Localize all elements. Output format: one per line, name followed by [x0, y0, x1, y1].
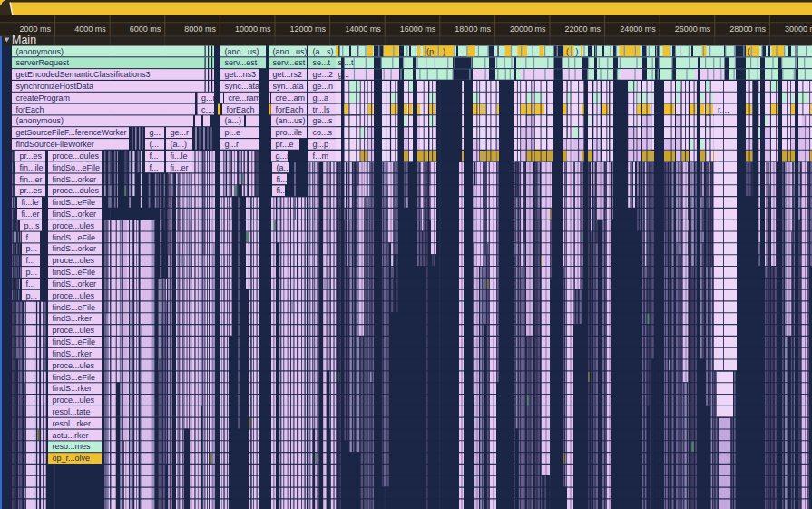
svg-text:ge...r: ge...r — [171, 128, 190, 137]
svg-text:(...): (...) — [566, 47, 579, 56]
svg-text:proce...ules: proce...ules — [53, 256, 95, 265]
svg-text:serv...est: serv...est — [273, 58, 306, 67]
svg-text:8000 ms: 8000 ms — [184, 24, 216, 34]
svg-text:proce...dules: proce...dules — [53, 186, 100, 195]
svg-text:g...r: g...r — [225, 140, 240, 149]
svg-text:g...a: g...a — [313, 93, 329, 103]
svg-text:g...r: g...r — [201, 93, 216, 103]
svg-text:findS...orker: findS...orker — [53, 279, 97, 289]
svg-text:findS...eFile: findS...eFile — [53, 233, 96, 242]
svg-text:30000 ms: 30000 ms — [785, 24, 812, 34]
svg-text:fi...er: fi...er — [22, 210, 40, 219]
svg-text:co...s: co...s — [313, 128, 333, 137]
svg-text:4000 ms: 4000 ms — [74, 24, 106, 34]
svg-text:forEach: forEach — [16, 105, 44, 114]
svg-text:ge...2: ge...2 — [313, 70, 334, 79]
svg-text:proce...ules: proce...ules — [53, 291, 95, 300]
svg-text:syn...ata: syn...ata — [273, 82, 304, 91]
svg-text:forEach: forEach — [227, 105, 255, 114]
svg-text:22000 ms: 22000 ms — [565, 24, 602, 34]
svg-text:proce...ules: proce...ules — [53, 221, 95, 230]
svg-text:proce...dules: proce...dules — [53, 152, 100, 161]
svg-text:(...: (... — [150, 140, 160, 149]
svg-text:op_r...olve: op_r...olve — [53, 454, 91, 463]
svg-text:pro...ile: pro...ile — [276, 128, 303, 137]
svg-text:(a...): (a...) — [225, 116, 242, 125]
svg-text:forEach: forEach — [276, 105, 304, 114]
svg-text:(ano...us): (ano...us) — [225, 47, 259, 56]
svg-text:28000 ms: 28000 ms — [729, 24, 766, 34]
svg-text:20000 ms: 20000 ms — [510, 24, 546, 34]
svg-text:get...rs2: get...rs2 — [273, 70, 303, 79]
svg-text:f...: f... — [150, 163, 159, 172]
svg-text:18000 ms: 18000 ms — [455, 24, 491, 34]
svg-text:findS...orker: findS...orker — [53, 210, 97, 219]
svg-text:fi...er: fi...er — [171, 163, 189, 172]
svg-text:f...m: f...m — [313, 152, 329, 161]
svg-text:(p....): (p....) — [426, 47, 445, 56]
svg-text:10000 ms: 10000 ms — [235, 24, 271, 34]
svg-text:(ano...us): (ano...us) — [273, 47, 308, 56]
svg-text:findS...orker: findS...orker — [53, 175, 97, 184]
svg-text:(...: (... — [748, 47, 758, 56]
svg-text:pr...e: pr...e — [276, 140, 294, 149]
svg-text:findS...orker: findS...orker — [53, 244, 97, 253]
svg-text:fi...le: fi...le — [277, 175, 294, 184]
svg-text:g...: g... — [150, 128, 161, 137]
svg-text:fin...ile: fin...ile — [20, 163, 44, 172]
svg-text:p...: p... — [26, 291, 38, 300]
svg-text:fi...le: fi...le — [22, 198, 39, 207]
svg-text:(a...s): (a...s) — [313, 47, 334, 56]
svg-text:synchronizeHostData: synchronizeHostData — [16, 82, 94, 91]
svg-text:Main: Main — [12, 34, 36, 46]
svg-text:ge...n: ge...n — [313, 82, 334, 91]
svg-text:(anonymous): (anonymous) — [16, 47, 64, 56]
svg-text:actu...rker: actu...rker — [53, 431, 89, 440]
svg-text:p...s: p...s — [24, 221, 41, 230]
svg-text:fin...er: fin...er — [20, 175, 43, 184]
svg-text:(anonymous): (anonymous) — [16, 116, 64, 125]
svg-text:14000 ms: 14000 ms — [345, 24, 381, 34]
svg-text:26000 ms: 26000 ms — [675, 24, 711, 34]
svg-text:resol...tate: resol...tate — [53, 407, 91, 416]
svg-text:g...: g... — [338, 70, 350, 79]
svg-text:s....t: s....t — [338, 58, 355, 67]
svg-text:6000 ms: 6000 ms — [130, 24, 161, 34]
svg-text:findSo...eFile: findSo...eFile — [53, 163, 101, 172]
svg-text:findS...eFile: findS...eFile — [53, 338, 96, 347]
svg-text:ge...s: ge...s — [313, 116, 334, 125]
svg-text:f...: f... — [150, 152, 159, 161]
svg-text:getSourceFileF...ferenceWorker: getSourceFileF...ferenceWorker — [16, 128, 127, 137]
svg-text:resol...rker: resol...rker — [53, 419, 92, 428]
svg-text:findS...eFile: findS...eFile — [53, 373, 96, 382]
svg-text:findS...eFile: findS...eFile — [53, 268, 96, 277]
svg-text:(a...): (a...) — [171, 140, 188, 149]
svg-text:findS...eFile: findS...eFile — [53, 198, 96, 207]
svg-text:r....: r.... — [718, 105, 729, 114]
svg-text:f...: f... — [26, 233, 35, 242]
svg-text:serverRequest: serverRequest — [16, 58, 70, 67]
svg-text:fi...le: fi...le — [171, 152, 188, 161]
svg-text:findS...rker: findS...rker — [53, 314, 93, 323]
svg-text:createProgram: createProgram — [16, 93, 71, 103]
svg-text:p...e: p...e — [225, 128, 241, 137]
svg-text:g...p: g...p — [313, 140, 329, 149]
svg-text:findS...rker: findS...rker — [53, 349, 93, 358]
svg-text:16000 ms: 16000 ms — [400, 24, 436, 34]
svg-text:pr...es: pr...es — [20, 152, 43, 161]
svg-text:p...: p... — [26, 268, 38, 277]
svg-text:f...: f... — [26, 256, 35, 265]
svg-text:proce...ules: proce...ules — [53, 326, 95, 335]
svg-text:p...: p... — [26, 244, 38, 253]
svg-text:get...ns3: get...ns3 — [225, 70, 257, 79]
svg-text:getEncodedSemanticClassificati: getEncodedSemanticClassifications3 — [16, 70, 151, 79]
svg-text:12000 ms: 12000 ms — [290, 24, 327, 34]
svg-text:2000 ms: 2000 ms — [20, 24, 52, 34]
svg-text:cre...am: cre...am — [276, 93, 306, 103]
svg-text:f...: f... — [26, 279, 35, 289]
svg-text:reso...mes: reso...mes — [53, 442, 92, 451]
svg-text:24000 ms: 24000 ms — [620, 24, 656, 34]
svg-text:se...t: se...t — [313, 58, 331, 67]
svg-text:g...r: g...r — [276, 152, 290, 161]
svg-text:tr...ls: tr...ls — [313, 105, 331, 114]
